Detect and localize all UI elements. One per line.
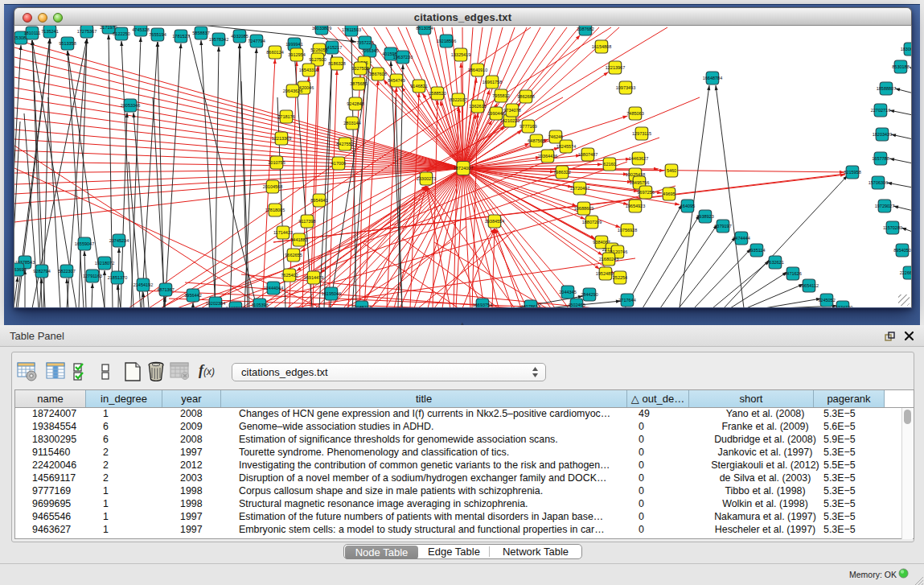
svg-text:49695: 49695 (663, 192, 675, 196)
svg-text:22702716: 22702716 (871, 108, 890, 113)
svg-text:15720407: 15720407 (570, 186, 589, 191)
svg-text:23085716: 23085716 (352, 305, 372, 307)
svg-text:9242848: 9242848 (347, 101, 363, 106)
svg-text:2718176: 2718176 (277, 114, 294, 119)
svg-text:9474444: 9474444 (733, 236, 749, 241)
svg-text:7135241: 7135241 (41, 29, 58, 34)
svg-text:18078612: 18078612 (521, 304, 540, 307)
svg-text:1657788: 1657788 (872, 156, 889, 161)
svg-text:10033809: 10033809 (312, 26, 331, 31)
svg-text:9146821: 9146821 (410, 84, 427, 89)
svg-text:19218072: 19218072 (95, 261, 114, 266)
svg-text:8471626: 8471626 (784, 271, 801, 276)
svg-text:7632621: 7632621 (766, 260, 783, 265)
svg-text:2867608: 2867608 (369, 72, 386, 76)
svg-text:19218506: 19218506 (437, 39, 456, 43)
svg-text:1781527: 1781527 (172, 34, 189, 39)
svg-text:14408156: 14408156 (226, 306, 245, 307)
svg-text:17811503: 17811503 (342, 27, 361, 32)
svg-text:3912954: 3912954 (288, 52, 305, 57)
svg-text:7655194: 7655194 (149, 32, 166, 37)
svg-text:1010755: 1010755 (268, 160, 285, 165)
svg-text:9327508: 9327508 (351, 66, 368, 71)
svg-text:4502465: 4502465 (568, 303, 585, 307)
svg-text:2717644: 2717644 (618, 298, 635, 303)
svg-text:6487565: 6487565 (528, 138, 544, 143)
svg-text:7986322: 7986322 (553, 170, 570, 175)
svg-text:16559047: 16559047 (75, 241, 94, 246)
svg-text:8322037: 8322037 (450, 97, 466, 102)
svg-text:19384554: 19384554 (485, 219, 504, 224)
svg-text:8186328: 8186328 (328, 61, 345, 66)
svg-text:16195046: 16195046 (322, 291, 341, 296)
svg-text:2044345: 2044345 (559, 290, 576, 295)
svg-text:6379197: 6379197 (714, 224, 731, 229)
svg-text:16961758: 16961758 (483, 80, 502, 84)
svg-text:2844290: 2844290 (581, 292, 598, 297)
svg-text:18306674: 18306674 (901, 47, 911, 51)
svg-text:12213369: 12213369 (272, 136, 291, 141)
svg-text:7357224: 7357224 (356, 40, 373, 45)
svg-text:8530188: 8530188 (892, 64, 909, 69)
svg-text:2935114: 2935114 (748, 248, 765, 253)
svg-text:18203439: 18203439 (873, 132, 892, 137)
svg-text:12444044: 12444044 (264, 286, 283, 290)
svg-text:164095: 164095 (680, 204, 695, 208)
svg-text:16693754: 16693754 (473, 303, 492, 307)
svg-text:9513358: 9513358 (59, 41, 76, 46)
svg-text:2171979: 2171979 (100, 26, 117, 30)
svg-text:4871367: 4871367 (157, 287, 174, 292)
svg-text:16648784: 16648784 (703, 76, 722, 80)
svg-text:9777169: 9777169 (519, 124, 536, 129)
svg-text:23300273: 23300273 (417, 176, 436, 181)
svg-text:9127500: 9127500 (309, 57, 326, 62)
svg-text:13325419: 13325419 (451, 52, 470, 57)
svg-text:19729027: 19729027 (875, 204, 894, 208)
svg-text:4745328: 4745328 (132, 27, 149, 32)
svg-text:11714423: 11714423 (273, 230, 293, 235)
svg-text:14774720: 14774720 (833, 305, 852, 307)
svg-text:7955812: 7955812 (492, 93, 509, 98)
svg-text:16914479: 16914479 (304, 275, 323, 280)
svg-text:14463627: 14463627 (629, 156, 648, 161)
svg-text:1990448: 1990448 (487, 111, 504, 116)
svg-text:7625402: 7625402 (281, 273, 298, 278)
svg-text:9697256: 9697256 (637, 190, 654, 195)
svg-text:9734078: 9734078 (503, 108, 520, 113)
svg-text:12213967: 12213967 (606, 65, 625, 70)
svg-text:18807209: 18807209 (582, 220, 602, 225)
svg-text:17818005: 17818005 (265, 208, 285, 212)
svg-text:18640910: 18640910 (468, 68, 487, 72)
svg-text:21454192: 21454192 (133, 282, 153, 287)
svg-text:8122250: 8122250 (113, 31, 129, 36)
svg-text:17275367: 17275367 (77, 29, 97, 34)
svg-text:21680243: 21680243 (599, 257, 618, 262)
svg-text:19578342: 19578342 (209, 37, 228, 42)
svg-text:10688609: 10688609 (574, 206, 593, 211)
svg-text:9245052: 9245052 (818, 298, 835, 303)
svg-text:9117398: 9117398 (298, 219, 315, 224)
svg-text:9862688: 9862688 (517, 94, 534, 99)
svg-text:746246: 746246 (548, 134, 563, 139)
svg-text:20364436: 20364436 (538, 154, 557, 159)
svg-text:4032085: 4032085 (231, 34, 248, 39)
svg-text:19654923: 19654923 (626, 204, 645, 208)
svg-text:18724007: 18724007 (454, 166, 473, 171)
svg-text:19637230: 19637230 (393, 55, 413, 60)
svg-text:18245574: 18245574 (556, 144, 576, 149)
svg-text:3875685: 3875685 (350, 81, 367, 86)
svg-text:10973493: 10973493 (616, 85, 635, 90)
svg-text:1588520: 1588520 (429, 91, 446, 96)
svg-text:6963698: 6963698 (14, 267, 27, 272)
svg-text:5226058: 5226058 (310, 47, 327, 52)
svg-text:8454749: 8454749 (388, 78, 405, 83)
svg-text:9282794: 9282794 (33, 269, 50, 274)
svg-text:1999941: 1999941 (285, 42, 302, 47)
svg-text:12973115: 12973115 (632, 131, 651, 136)
svg-text:3956442: 3956442 (184, 293, 201, 298)
svg-text:1362615: 1362615 (469, 104, 486, 109)
svg-text:8215958: 8215958 (844, 170, 860, 175)
svg-text:7247794: 7247794 (248, 39, 265, 43)
svg-text:62160: 62160 (603, 162, 615, 167)
svg-text:7485063: 7485063 (626, 111, 643, 116)
